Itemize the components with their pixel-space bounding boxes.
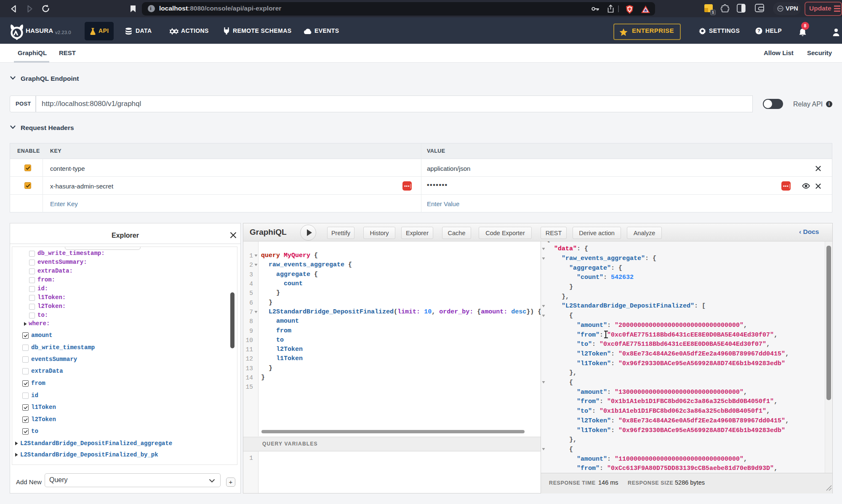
svg-text:?: ? xyxy=(757,28,760,33)
